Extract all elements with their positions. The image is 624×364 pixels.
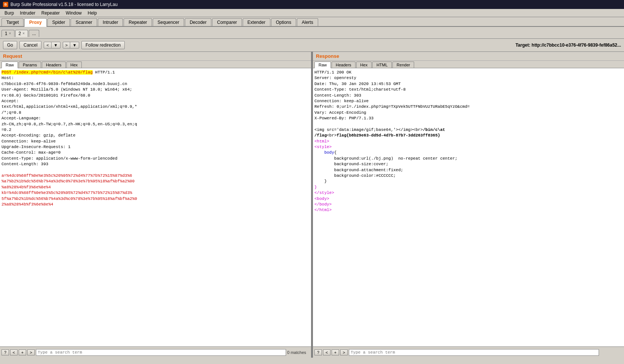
response-tab-hex[interactable]: Hex [356, 62, 372, 68]
request-search-next[interactable]: > [27, 349, 35, 355]
back-dropdown[interactable]: ▼ [52, 42, 60, 48]
response-tab-headers[interactable]: Headers [332, 62, 356, 68]
menu-repeater[interactable]: Repeater [38, 10, 63, 16]
repeater-tab-1[interactable]: 1 × [1, 30, 15, 37]
target-prefix: Target: [515, 43, 531, 48]
toolbar: Go Cancel < ▼ > ▼ Follow redirection Tar… [0, 39, 624, 52]
request-search-input[interactable] [36, 349, 286, 356]
target-url: http://c7bbcc10-e376-4f76-9839-fef86a52.… [532, 43, 621, 48]
response-sub-tabs: Raw Headers Hex HTML Render [313, 61, 624, 68]
response-search-next[interactable]: > [340, 349, 348, 355]
response-search-bar: ? < + > [313, 346, 624, 358]
request-tab-raw[interactable]: Raw [1, 62, 18, 68]
menu-window[interactable]: Window [63, 10, 85, 16]
app-title: Burp Suite Professional v1.5.18 - licens… [10, 2, 118, 7]
response-tab-render[interactable]: Render [392, 62, 414, 68]
response-search-add[interactable]: + [332, 349, 339, 355]
request-content[interactable]: POST /index.php?cmd=/bin/c\at%20/flag HT… [0, 68, 311, 346]
repeater-tab-2-close[interactable]: × [22, 31, 25, 35]
repeater-tab-1-close[interactable]: × [9, 31, 11, 35]
tab-comparer[interactable]: Comparer [212, 18, 242, 26]
request-search-add[interactable]: + [19, 349, 26, 355]
response-content[interactable]: HTTP/1.1 200 OK Server: openresty Date: … [313, 68, 624, 346]
response-panel: Response Raw Headers Hex HTML Render HTT… [313, 52, 624, 358]
response-scroll-container: HTTP/1.1 200 OK Server: openresty Date: … [313, 68, 624, 346]
target-label: Target: http://c7bbcc10-e376-4f76-9839-f… [515, 43, 621, 48]
back-button[interactable]: < [44, 42, 51, 48]
menu-burp[interactable]: Burp [1, 10, 17, 16]
tab-repeater[interactable]: Repeater [124, 18, 152, 26]
menu-help[interactable]: Help [85, 10, 100, 16]
response-tab-raw[interactable]: Raw [314, 62, 331, 68]
follow-redirect-button[interactable]: Follow redirection [81, 41, 125, 49]
tab-proxy[interactable]: Proxy [24, 18, 46, 27]
app-icon: B [3, 2, 8, 7]
tab-extender[interactable]: Extender [243, 18, 270, 26]
main-tab-bar: Target Proxy Spider Scanner Intruder Rep… [0, 17, 624, 27]
repeater-tab-more[interactable]: ... [29, 30, 39, 37]
menu-bar: Burp Intruder Repeater Window Help [0, 9, 624, 17]
tab-decoder[interactable]: Decoder [185, 18, 211, 26]
forward-nav-group: > ▼ [63, 42, 79, 48]
request-panel: Request Raw Params Headers Hex POST /ind… [0, 52, 311, 358]
content-area: Request Raw Params Headers Hex POST /ind… [0, 52, 624, 358]
repeater-tab-2[interactable]: 2 × [15, 30, 28, 37]
tab-options[interactable]: Options [271, 18, 296, 26]
request-search-bar: ? < + > 0 matches [0, 346, 311, 358]
request-tab-headers[interactable]: Headers [42, 62, 66, 68]
cancel-button[interactable]: Cancel [19, 41, 41, 49]
request-search-prev[interactable]: < [10, 349, 18, 355]
repeater-tab-1-label: 1 [5, 31, 7, 36]
menu-intruder[interactable]: Intruder [17, 10, 38, 16]
tab-spider[interactable]: Spider [47, 18, 70, 26]
title-bar: B Burp Suite Professional v1.5.18 - lice… [0, 0, 624, 9]
response-search-help[interactable]: ? [314, 349, 322, 355]
response-search-input[interactable] [349, 349, 599, 356]
tab-sequencer[interactable]: Sequencer [153, 18, 184, 26]
forward-dropdown[interactable]: ▼ [70, 42, 79, 48]
tab-alerts[interactable]: Alerts [297, 18, 318, 26]
request-tab-hex[interactable]: Hex [66, 62, 82, 68]
repeater-tab-bar: 1 × 2 × ... [0, 27, 624, 39]
repeater-tab-2-label: 2 [19, 31, 21, 36]
tab-intruder[interactable]: Intruder [98, 18, 123, 26]
response-tab-html[interactable]: HTML [372, 62, 392, 68]
request-match-count: 0 matches [287, 350, 310, 355]
tab-target[interactable]: Target [1, 18, 24, 26]
forward-button[interactable]: > [63, 42, 70, 48]
request-sub-tabs: Raw Params Headers Hex [0, 61, 311, 68]
tab-scanner[interactable]: Scanner [71, 18, 97, 26]
request-panel-header: Request [0, 52, 311, 61]
response-search-prev[interactable]: < [323, 349, 330, 355]
response-panel-header: Response [313, 52, 624, 61]
go-button[interactable]: Go [3, 41, 17, 49]
request-tab-params[interactable]: Params [19, 62, 41, 68]
repeater-tab-more-label: ... [32, 31, 36, 36]
request-scroll-container: POST /index.php?cmd=/bin/c\at%20/flag HT… [0, 68, 311, 346]
back-nav-group: < ▼ [44, 42, 60, 48]
request-search-help[interactable]: ? [1, 349, 9, 355]
